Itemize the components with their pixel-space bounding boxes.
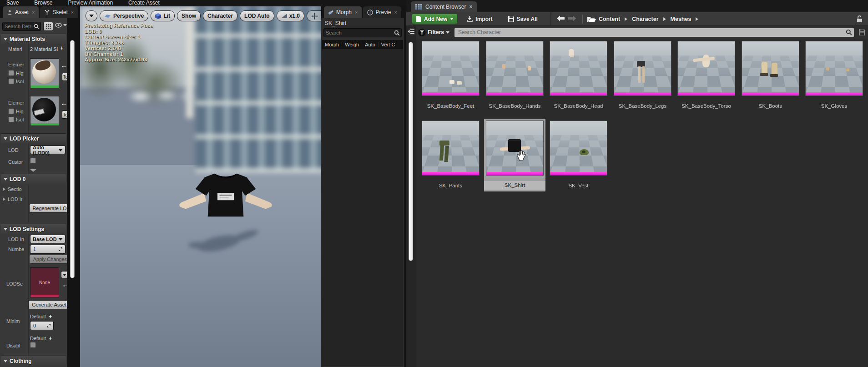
playback-speed-button[interactable]: x1.0 (277, 10, 304, 21)
material-thumbnail-logo[interactable] (30, 96, 59, 126)
asset-tile[interactable]: SK_Shirt (486, 121, 544, 190)
isolate-checkbox[interactable] (8, 116, 14, 122)
section-lod-settings[interactable]: LOD Settings (1, 224, 66, 234)
morph-search-input[interactable] (323, 28, 402, 37)
menu-browse[interactable]: Browse (34, 0, 52, 6)
skeletal-mesh-color-bar (614, 92, 671, 96)
close-icon[interactable]: × (71, 10, 74, 15)
asset-label: SK_Vest (550, 183, 607, 188)
column-morph-name[interactable]: Morph (322, 42, 342, 47)
expand-section-chevron[interactable] (30, 169, 36, 172)
close-icon[interactable]: × (394, 10, 397, 15)
sources-toggle-icon[interactable] (408, 28, 415, 35)
section-material-slots[interactable]: Material Slots (1, 34, 66, 44)
disable-checkbox[interactable] (30, 342, 36, 348)
lock-open-icon[interactable] (857, 15, 863, 23)
breadcrumb-character[interactable]: Character (629, 16, 661, 22)
section-lod-picker[interactable]: LOD Picker (1, 133, 66, 143)
sections-expander[interactable]: Sectio (3, 186, 22, 192)
material-thumbnail-shirt[interactable] (30, 58, 59, 88)
apply-changes-button[interactable]: Apply Changes (29, 255, 67, 264)
use-selected-arrow-icon[interactable]: ← (61, 63, 67, 68)
close-icon[interactable]: × (32, 10, 35, 15)
save-all-button[interactable]: Save All (504, 14, 542, 24)
column-auto[interactable]: Auto (362, 42, 378, 47)
asset-tile[interactable]: SK_BaseBody_Head (550, 41, 607, 109)
preview-viewport[interactable]: Perspective Lit Show Character LOD Auto … (80, 6, 321, 367)
content-browser-scrollbar[interactable] (409, 42, 413, 261)
thumbnail-mesh-preview (422, 41, 479, 96)
tab-skeleton-tree[interactable]: Skelet × (40, 6, 78, 18)
asset-tile[interactable]: SK_Pants (422, 121, 479, 188)
lod-settings-combo-button[interactable] (61, 271, 67, 278)
asset-tile[interactable]: SK_BaseBody_Hands (486, 41, 544, 109)
add-material-slot-button[interactable]: + (60, 45, 64, 51)
arrow-left-icon (557, 15, 565, 21)
tab-morph-target-previewer[interactable]: Morph × (324, 6, 362, 18)
asset-thumbnail (486, 41, 544, 96)
asset-tile[interactable]: SK_Boots (742, 41, 799, 109)
asset-tile[interactable]: SK_BaseBody_Feet (422, 41, 479, 109)
asset-tile[interactable]: SK_Vest (550, 121, 607, 188)
menu-create-asset[interactable]: Create Asset (128, 0, 160, 6)
breadcrumb-meshes[interactable]: Meshes (668, 16, 694, 22)
custom-checkbox[interactable] (30, 158, 36, 164)
asset-search-input[interactable] (454, 28, 854, 37)
property-matrix-button[interactable] (43, 22, 53, 31)
tab-preview-scene-settings[interactable]: i Previe × (363, 6, 401, 18)
import-icon (467, 16, 473, 22)
add-override-icon[interactable]: + (49, 313, 52, 320)
section-clothing[interactable]: Clothing (1, 356, 66, 366)
viewport-stats: Previewing Reference Pose LOD: 0 Current… (85, 23, 153, 63)
show-menu-button[interactable]: Show (177, 10, 201, 21)
texture-button[interactable]: Tex (62, 73, 67, 81)
number-of-lods-spinbox[interactable]: 1 (30, 245, 66, 254)
highlight-checkbox[interactable] (8, 108, 14, 114)
use-selected-arrow-icon[interactable]: ← (62, 282, 67, 287)
use-selected-arrow-icon[interactable]: ← (61, 101, 67, 106)
forward-button[interactable] (566, 15, 578, 23)
viewport-options-button[interactable] (86, 10, 97, 21)
section-lod0[interactable]: LOD 0 (1, 174, 66, 184)
tab-asset-details[interactable]: Asset × (3, 6, 39, 18)
save-search-icon[interactable] (859, 29, 865, 35)
column-weight[interactable]: Weigh (342, 42, 362, 47)
close-icon[interactable]: × (355, 10, 358, 15)
menu-save[interactable]: Save (6, 0, 19, 6)
minimum-lod-spinbox[interactable]: 0 (30, 321, 54, 330)
lit-mode-button[interactable]: Lit (151, 10, 175, 21)
element-row-label: Elemer (8, 62, 24, 67)
generate-asset-button[interactable]: Generate Asset (28, 300, 67, 309)
texture-button[interactable]: Tex (62, 111, 67, 119)
lod-auto-button[interactable]: LOD Auto (240, 10, 274, 21)
add-new-button[interactable]: Add New (412, 14, 458, 24)
transform-gizmo-buttons[interactable] (307, 10, 321, 21)
tab-content-browser[interactable]: Content Browser × (411, 1, 477, 12)
lod-import-dropdown[interactable]: Base LOD (30, 235, 66, 243)
close-icon[interactable]: × (469, 4, 472, 10)
back-button[interactable] (555, 15, 566, 23)
morph-target-list-empty[interactable] (322, 49, 403, 366)
view-options-button[interactable] (55, 23, 67, 28)
perspective-button[interactable]: Perspective (100, 10, 148, 21)
lod-picker-dropdown[interactable]: Auto (LOD0) (30, 146, 66, 154)
chevron-down-icon (450, 18, 454, 20)
highlight-checkbox[interactable] (8, 70, 14, 76)
filters-button[interactable]: Filters (418, 29, 449, 36)
asset-tile[interactable]: SK_BaseBody_Torso (677, 41, 735, 109)
asset-label: SK_BaseBody_Legs (614, 103, 671, 109)
regenerate-lod-button[interactable]: Regenerate LO (29, 204, 67, 213)
column-vert-count[interactable]: Vert C (378, 42, 398, 47)
isolate-checkbox[interactable] (8, 78, 14, 84)
menu-preview-animation[interactable]: Preview Animation (68, 0, 113, 6)
asset-tile[interactable]: SK_BaseBody_Legs (614, 41, 671, 109)
details-scrollbar[interactable] (70, 40, 75, 278)
lod-settings-asset-thumbnail[interactable]: None (30, 267, 59, 297)
asset-tile[interactable]: SK_Gloves (805, 41, 863, 109)
import-button[interactable]: Import (462, 14, 497, 24)
breadcrumb-content[interactable]: Content (596, 16, 623, 22)
lod-info-expander[interactable]: LOD Ir (3, 196, 22, 202)
character-menu-button[interactable]: Character (203, 10, 237, 21)
add-override-icon[interactable]: + (49, 335, 52, 342)
left-arm (179, 193, 206, 209)
